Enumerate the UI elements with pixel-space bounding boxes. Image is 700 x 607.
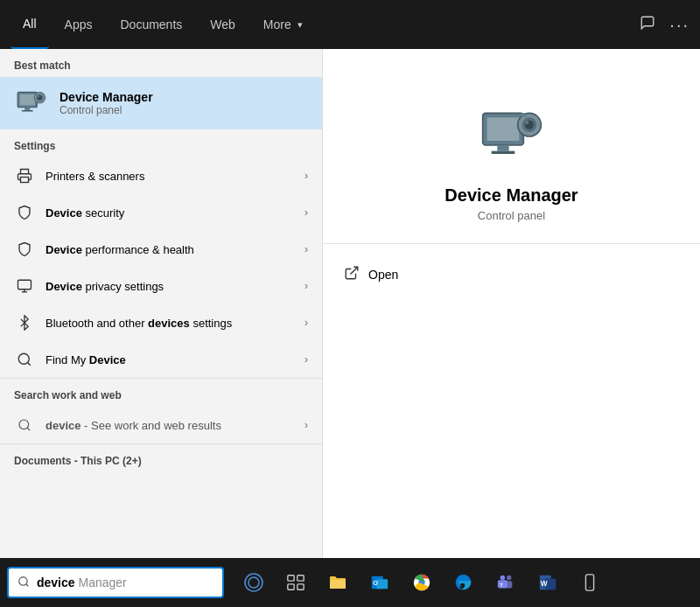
taskbar-search-text: device Manager: [37, 576, 127, 590]
svg-rect-32: [288, 584, 294, 590]
svg-rect-33: [298, 584, 304, 590]
search-panel: All Apps Documents Web More ▾ ···: [0, 0, 700, 558]
right-panel-device-manager-icon: [477, 101, 547, 171]
best-match-label: Best match: [0, 49, 322, 77]
device-privacy-label: Device privacy settings: [46, 280, 304, 293]
device-privacy-icon: [14, 276, 35, 297]
svg-rect-2: [24, 108, 30, 110]
svg-point-41: [500, 576, 506, 581]
more-chevron-icon: ▾: [298, 19, 303, 31]
svg-point-23: [525, 122, 528, 124]
svg-rect-46: [585, 575, 593, 590]
printers-label: Printers & scanners: [46, 170, 304, 183]
find-device-arrow: ›: [304, 353, 308, 366]
svg-point-28: [245, 574, 262, 591]
search-web-icon: [14, 415, 35, 436]
settings-label: Settings: [0, 129, 322, 157]
device-manager-icon: [14, 86, 49, 121]
find-device-icon: [14, 349, 35, 370]
top-nav: All Apps Documents Web More ▾ ···: [0, 0, 700, 49]
left-panel: Best match: [0, 49, 322, 558]
svg-point-14: [19, 420, 29, 429]
best-match-subtitle: Control panel: [60, 104, 153, 116]
tab-all[interactable]: All: [10, 0, 49, 49]
cortana-button[interactable]: [234, 563, 273, 602]
tab-documents[interactable]: Documents: [108, 0, 194, 49]
device-performance-label: Device performance & health: [46, 243, 304, 256]
taskbar: device Manager: [0, 558, 700, 607]
list-item-bluetooth[interactable]: Bluetooth and other devices settings ›: [0, 304, 322, 341]
find-device-label: Find My Device: [46, 353, 304, 366]
documents-label: Documents - This PC (2+): [0, 444, 322, 472]
taskbar-icons: O T: [234, 563, 609, 602]
taskbar-search-icon: [18, 576, 30, 590]
shield-icon-performance: [14, 239, 35, 260]
shield-icon-security: [14, 202, 35, 223]
right-panel: Device Manager Control panel Open: [322, 49, 700, 558]
word-button[interactable]: W: [528, 563, 567, 602]
phone-link-button[interactable]: [570, 563, 609, 602]
svg-line-25: [351, 267, 358, 274]
svg-rect-30: [288, 576, 294, 581]
search-web-item-label: device - See work and web results: [46, 419, 304, 432]
svg-point-12: [18, 353, 29, 364]
open-label[interactable]: Open: [368, 268, 398, 282]
device-security-label: Device security: [46, 206, 304, 220]
svg-rect-8: [21, 178, 29, 183]
svg-point-7: [38, 96, 40, 98]
tab-web[interactable]: Web: [198, 0, 248, 49]
bluetooth-icon: [14, 312, 35, 333]
tab-more[interactable]: More ▾: [251, 0, 315, 49]
svg-text:W: W: [541, 580, 548, 588]
best-match-item[interactable]: Device Manager Control panel: [0, 77, 322, 129]
svg-rect-9: [18, 280, 32, 290]
list-item-device-performance[interactable]: Device performance & health ›: [0, 231, 322, 268]
list-item-search-web[interactable]: device - See work and web results ›: [0, 407, 322, 443]
svg-point-26: [19, 576, 27, 584]
svg-text:O: O: [373, 579, 378, 587]
printer-icon: [14, 165, 35, 186]
outlook-button[interactable]: O: [360, 563, 399, 602]
printers-arrow: ›: [304, 170, 308, 182]
right-panel-divider: [323, 243, 700, 244]
bluetooth-arrow: ›: [304, 317, 308, 329]
svg-rect-3: [22, 110, 33, 112]
search-web-label: Search work and web: [0, 379, 322, 407]
svg-rect-24: [521, 113, 527, 116]
list-item-device-privacy[interactable]: Device privacy settings ›: [0, 268, 322, 304]
edge-button[interactable]: [444, 563, 483, 602]
chrome-button[interactable]: [402, 563, 441, 602]
list-item-device-security[interactable]: Device security ›: [0, 194, 322, 231]
list-item-printers[interactable]: Printers & scanners ›: [0, 157, 322, 194]
svg-rect-18: [497, 145, 508, 151]
list-item-find-device[interactable]: Find My Device ›: [0, 341, 322, 378]
svg-text:T: T: [500, 583, 503, 588]
right-panel-title: Device Manager: [444, 185, 578, 206]
nav-right-icons: ···: [640, 15, 690, 35]
taskbar-search-box[interactable]: device Manager: [7, 567, 224, 598]
svg-line-15: [27, 428, 30, 430]
device-performance-arrow: ›: [304, 243, 308, 255]
svg-line-27: [26, 583, 29, 586]
right-panel-subtitle: Control panel: [478, 209, 545, 222]
best-match-text: Device Manager Control panel: [60, 90, 153, 116]
tab-apps[interactable]: Apps: [52, 0, 105, 49]
file-explorer-button[interactable]: [318, 563, 357, 602]
svg-rect-35: [376, 579, 388, 589]
svg-rect-17: [486, 117, 519, 141]
svg-point-29: [248, 577, 259, 588]
teams-button[interactable]: T: [486, 563, 525, 602]
svg-line-13: [27, 362, 30, 365]
content-area: Best match: [0, 49, 700, 558]
best-match-title: Device Manager: [60, 90, 153, 104]
feedback-icon[interactable]: [640, 15, 655, 34]
more-options-icon[interactable]: ···: [669, 15, 690, 35]
device-security-arrow: ›: [304, 206, 308, 219]
nav-tabs: All Apps Documents Web More ▾: [10, 0, 315, 49]
taskview-button[interactable]: [276, 563, 315, 602]
svg-rect-19: [491, 151, 514, 154]
search-web-arrow: ›: [304, 419, 308, 431]
open-action[interactable]: Open: [323, 258, 700, 291]
svg-point-39: [507, 576, 512, 581]
open-icon: [344, 265, 360, 284]
